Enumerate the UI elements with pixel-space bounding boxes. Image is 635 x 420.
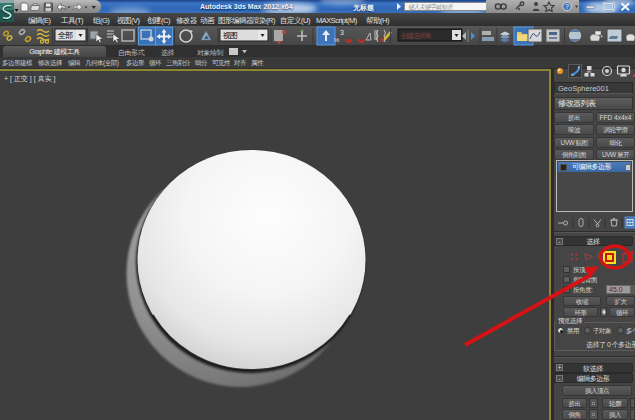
svg-text:全部: 全部 xyxy=(58,31,73,40)
svg-text:视图: 视图 xyxy=(222,31,237,40)
svg-text:3: 3 xyxy=(340,29,344,36)
svg-text:%: % xyxy=(334,37,340,43)
svg-text:创建选择集: 创建选择集 xyxy=(401,32,432,40)
svg-text:?: ? xyxy=(565,3,569,10)
